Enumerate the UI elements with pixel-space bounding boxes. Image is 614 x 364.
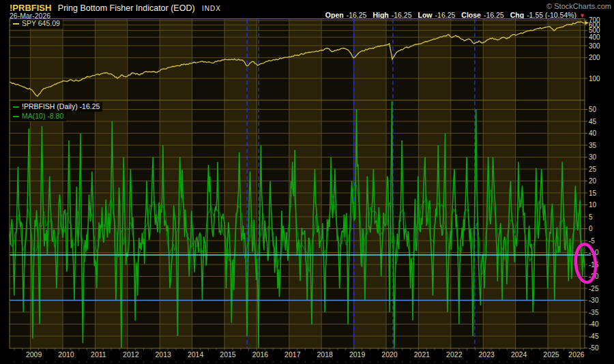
chart-window: !PRBFISH Pring Bottom Fisher Indicator (… xyxy=(0,0,614,364)
year-axis-labels: 2009201020112012201320142015201620172018… xyxy=(26,350,585,359)
indicator-axis-labels: 50454035302520151050-5-10-15-20-25-30-35… xyxy=(585,106,599,352)
y-axis-tick-label: 25 xyxy=(589,166,597,173)
x-axis-tick-label: 2017 xyxy=(284,350,301,359)
y-axis-tick-label: 100 xyxy=(589,75,600,82)
x-axis-tick-label: 2026 xyxy=(568,350,585,359)
y-axis-tick-label: -30 xyxy=(589,297,599,304)
x-axis-tick-label: 2023 xyxy=(479,350,495,359)
x-axis-tick-label: 2020 xyxy=(381,350,398,359)
x-axis-tick-label: 2012 xyxy=(123,350,139,359)
y-axis-tick-label: -35 xyxy=(589,309,599,316)
y-axis-tick-label: 400 xyxy=(589,33,600,41)
legend-spy-label: SPY 645.09 xyxy=(22,19,60,27)
legend-indicator-label: !PRBFISH (Daily) -16.25 xyxy=(22,102,100,110)
legend-ma: MA(10) -8.80 xyxy=(11,112,66,121)
y-axis-tick-label: 200 xyxy=(589,54,600,61)
y-axis-tick-label: 20 xyxy=(589,177,597,185)
legend-ma-label: MA(10) -8.80 xyxy=(22,112,63,120)
indicator-swatch-icon xyxy=(13,106,19,108)
y-axis-tick-label: 0 xyxy=(589,225,593,232)
x-axis-tick-label: 2015 xyxy=(220,350,236,359)
x-axis-tick-label: 2011 xyxy=(91,350,106,359)
y-axis-tick-label: -45 xyxy=(589,333,599,340)
y-axis-tick-label: 40 xyxy=(589,130,597,137)
y-axis-tick-label: 45 xyxy=(589,118,597,125)
x-axis-tick-label: 2025 xyxy=(543,350,559,359)
y-axis-tick-label: 10 xyxy=(589,201,597,209)
y-axis-tick-label: 35 xyxy=(589,142,597,149)
y-axis-tick-label: -40 xyxy=(589,320,599,328)
y-axis-tick-label: 15 xyxy=(589,189,597,197)
x-axis-tick-label: 2019 xyxy=(349,350,366,359)
y-axis-tick-label: 50 xyxy=(589,106,597,113)
x-axis-tick-label: 2024 xyxy=(511,350,527,359)
chart-canvas: 7006005004003002001005045403530252015105… xyxy=(0,0,614,364)
year-stripes xyxy=(10,19,585,349)
spy-swatch-icon xyxy=(13,23,19,25)
x-axis-tick-label: 2009 xyxy=(26,350,42,359)
y-axis-tick-label: 5 xyxy=(589,213,593,221)
y-axis-tick-label: -15 xyxy=(589,261,599,269)
y-axis-tick-label: -25 xyxy=(589,285,599,292)
x-axis-tick-label: 2014 xyxy=(188,350,204,359)
legend-indicator: !PRBFISH (Daily) -16.25 xyxy=(11,102,102,112)
legend-spy: SPY 645.09 xyxy=(11,19,63,29)
x-axis-tick-label: 2010 xyxy=(58,350,74,359)
x-axis-tick-label: 2013 xyxy=(156,350,172,359)
x-axis-tick-label: 2021 xyxy=(414,350,430,359)
price-axis-labels: 700600500400300200100 xyxy=(585,16,600,82)
x-axis-tick-label: 2018 xyxy=(317,350,334,359)
y-axis-tick-label: 30 xyxy=(589,153,597,161)
y-axis-tick-label: -5 xyxy=(589,237,595,245)
x-axis-tick-label: 2016 xyxy=(252,350,269,359)
x-axis-tick-label: 2022 xyxy=(446,350,463,359)
y-axis-tick-label: 300 xyxy=(589,42,600,50)
y-axis-tick-label: -50 xyxy=(589,344,599,352)
ma-swatch-icon xyxy=(13,116,19,117)
